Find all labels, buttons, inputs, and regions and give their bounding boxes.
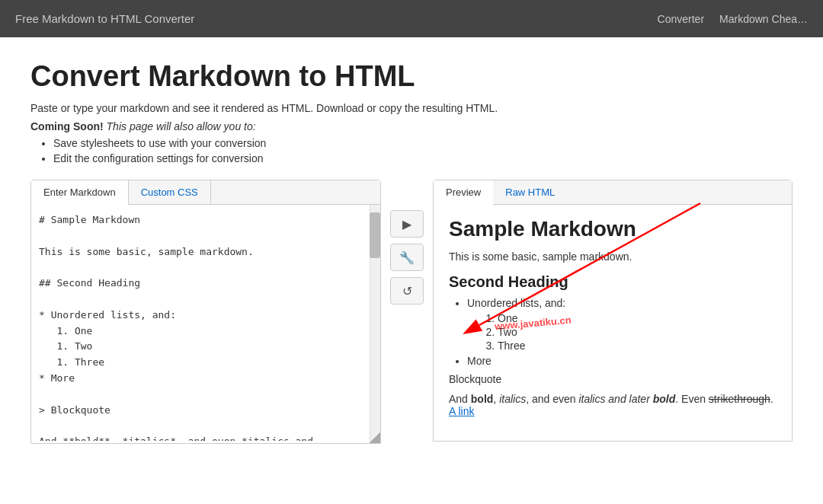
editor-wrapper: # Sample Markdown This is some basic, sa… (31, 205, 380, 443)
right-tabs: Preview Raw HTML (434, 180, 792, 205)
list-item-unordered: Unordered lists, and: One Two Three (467, 297, 777, 352)
preview-content: Sample Markdown This is some basic, samp… (434, 205, 792, 441)
scrollbar-track (370, 205, 380, 443)
preview-h1: Sample Markdown (449, 217, 777, 241)
right-panel: Preview Raw HTML Sample Markdown This is… (433, 180, 793, 442)
ordered-item: Two (498, 326, 777, 338)
header-nav: Converter Markdown Chea… (658, 13, 808, 25)
main-content: Convert Markdown to HTML Paste or type y… (0, 37, 823, 459)
header: Free Markdown to HTML Converter Converte… (0, 0, 823, 37)
ordered-item: One (498, 312, 777, 324)
preview-h2: Second Heading (449, 273, 777, 291)
editor-area: Enter Markdown Custom CSS # Sample Markd… (30, 180, 793, 444)
nav-cheatsheet[interactable]: Markdown Chea… (719, 13, 808, 25)
coming-soon-label: Coming Soon! (30, 120, 104, 132)
nav-converter[interactable]: Converter (658, 13, 704, 25)
preview-p1: This is some basic, sample markdown. (449, 250, 777, 263)
feature-list: Save stylesheets to use with your conver… (30, 137, 793, 164)
convert-button[interactable]: ▶ (390, 210, 424, 238)
ordered-item: Three (498, 340, 777, 352)
download-button[interactable]: ↺ (390, 277, 424, 305)
feature-item: Edit the configuration settings for conv… (53, 152, 793, 164)
list-item-more: More (467, 355, 777, 367)
tab-preview[interactable]: Preview (434, 180, 493, 205)
tab-enter-markdown[interactable]: Enter Markdown (31, 180, 129, 205)
page-description: Paste or type your markdown and see it r… (30, 102, 793, 114)
preview-bottom-text: And bold, italics, and even italics and … (449, 393, 777, 417)
resize-handle[interactable] (370, 432, 380, 443)
middle-buttons: ▶ 🔧 ↺ (381, 210, 433, 305)
markdown-input[interactable]: # Sample Markdown This is some basic, sa… (31, 205, 380, 441)
feature-item: Save stylesheets to use with your conver… (53, 137, 793, 149)
preview-list: Unordered lists, and: One Two Three More (449, 297, 777, 367)
page-title: Convert Markdown to HTML (30, 60, 793, 93)
preview-blockquote-label: Blockquote (449, 373, 777, 385)
left-panel: Enter Markdown Custom CSS # Sample Markd… (30, 180, 381, 444)
settings-button[interactable]: 🔧 (390, 244, 424, 271)
left-tabs: Enter Markdown Custom CSS (31, 180, 380, 205)
coming-soon-text: Coming Soon! This page will also allow y… (30, 120, 793, 132)
scrollbar-thumb[interactable] (370, 212, 380, 258)
ordered-list: One Two Three (479, 312, 777, 352)
tab-raw-html[interactable]: Raw HTML (493, 180, 567, 204)
tab-custom-css[interactable]: Custom CSS (129, 180, 211, 204)
site-title: Free Markdown to HTML Converter (15, 12, 658, 25)
